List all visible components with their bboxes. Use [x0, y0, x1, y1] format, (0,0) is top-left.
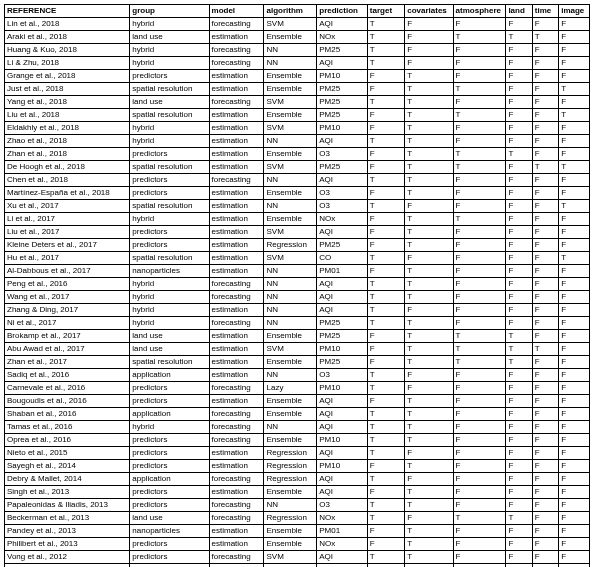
cell: F [559, 564, 590, 568]
cell: estimation [209, 343, 264, 356]
cell: Regression [264, 460, 317, 473]
cell: Ensemble [264, 70, 317, 83]
cell: SVM [264, 343, 317, 356]
cell: T [405, 109, 453, 122]
cell: estimation [209, 538, 264, 551]
cell: F [559, 408, 590, 421]
cell: F [453, 57, 506, 70]
table-row: Nieto et al., 2015predictorsestimationRe… [5, 447, 590, 460]
cell: Shaban et al., 2016 [5, 408, 130, 421]
cell: F [506, 44, 532, 57]
cell: predictors [130, 434, 209, 447]
cell: T [506, 148, 532, 161]
cell: predictors [130, 70, 209, 83]
cell: predictors [130, 499, 209, 512]
cell: F [453, 564, 506, 568]
cell: O3 [317, 148, 368, 161]
cell: T [367, 96, 404, 109]
cell: NN [264, 278, 317, 291]
cell: F [453, 382, 506, 395]
cell: F [532, 213, 558, 226]
cell: forecasting [209, 473, 264, 486]
cell: F [532, 512, 558, 525]
cell: F [559, 18, 590, 31]
cell: F [559, 486, 590, 499]
cell: estimation [209, 109, 264, 122]
cell: nanoparticles [130, 265, 209, 278]
cell: F [532, 499, 558, 512]
cell: hybrid [130, 291, 209, 304]
cell: F [506, 135, 532, 148]
cell: F [453, 551, 506, 564]
cell: F [532, 525, 558, 538]
cell: land use [130, 512, 209, 525]
cell: PM10 [317, 70, 368, 83]
cell: F [532, 434, 558, 447]
column-header: image [559, 5, 590, 18]
cell: Pandey et al., 2013 [5, 525, 130, 538]
cell: Huang & Kuo, 2018 [5, 44, 130, 57]
cell: T [405, 278, 453, 291]
cell: Ensemble [264, 525, 317, 538]
cell: Brokamp et al., 2017 [5, 330, 130, 343]
cell: T [559, 83, 590, 96]
column-header: algorithm [264, 5, 317, 18]
cell: spatial resolution [130, 109, 209, 122]
cell: F [532, 200, 558, 213]
cell: T [506, 31, 532, 44]
cell: T [405, 564, 453, 568]
cell: spatial resolution [130, 200, 209, 213]
cell: AQI [317, 57, 368, 70]
cell: NOx [317, 213, 368, 226]
cell: PM10 [317, 434, 368, 447]
cell: Regression [264, 239, 317, 252]
cell: estimation [209, 252, 264, 265]
cell: F [506, 564, 532, 568]
table-row: Xu et al., 2017spatial resolutionestimat… [5, 200, 590, 213]
cell: F [559, 356, 590, 369]
cell: T [367, 57, 404, 70]
cell: AQI [317, 421, 368, 434]
cell: F [559, 460, 590, 473]
cell: O3 [317, 369, 368, 382]
cell: F [405, 57, 453, 70]
cell: F [506, 200, 532, 213]
cell: PM25 [317, 44, 368, 57]
cell: F [506, 57, 532, 70]
cell: F [453, 317, 506, 330]
cell: F [453, 369, 506, 382]
table-row: De Hoogh et al., 2018spatial resolutione… [5, 161, 590, 174]
cell: T [405, 408, 453, 421]
cell: F [506, 460, 532, 473]
cell: Liu et al., 2017 [5, 226, 130, 239]
cell: F [506, 109, 532, 122]
cell: F [506, 174, 532, 187]
cell: F [453, 174, 506, 187]
cell: T [367, 317, 404, 330]
cell: F [453, 44, 506, 57]
cell: F [453, 499, 506, 512]
cell: T [405, 96, 453, 109]
table-row: Martínez-España et al., 2018predictorses… [5, 187, 590, 200]
cell: Al-Dabbous et al., 2017 [5, 265, 130, 278]
cell: F [367, 265, 404, 278]
cell: Ensemble [264, 408, 317, 421]
cell: F [532, 252, 558, 265]
cell: NN [264, 304, 317, 317]
cell: Yang et al., 2018 [5, 96, 130, 109]
cell: F [453, 447, 506, 460]
cell: F [506, 317, 532, 330]
table-row: Chen et al., 2018predictorsforecastingNN… [5, 174, 590, 187]
cell: estimation [209, 70, 264, 83]
cell: T [405, 174, 453, 187]
cell: F [559, 317, 590, 330]
cell: F [453, 135, 506, 148]
cell: NN [264, 174, 317, 187]
column-header: time [532, 5, 558, 18]
cell: F [559, 499, 590, 512]
cell: Singh et al., 2013 [5, 486, 130, 499]
cell: T [559, 161, 590, 174]
cell: T [405, 551, 453, 564]
cell: F [405, 252, 453, 265]
cell: forecasting [209, 564, 264, 568]
